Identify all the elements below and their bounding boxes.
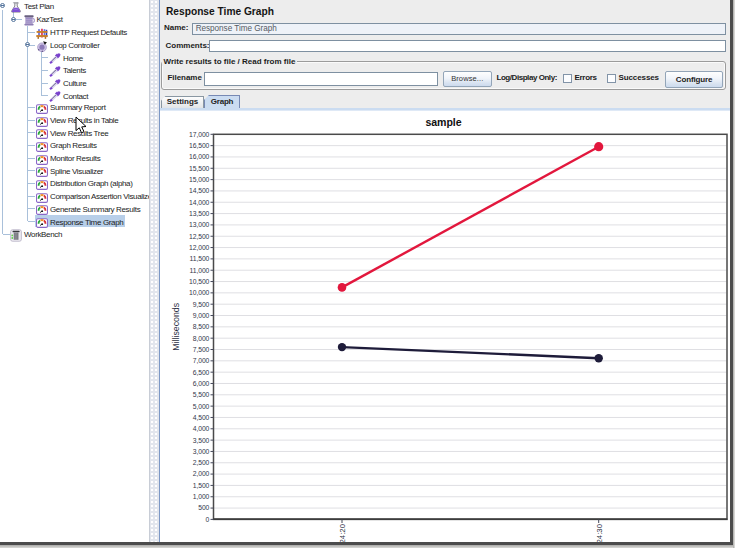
svg-text:24:30: 24:30 [595, 523, 604, 543]
svg-text:2,500: 2,500 [193, 459, 210, 466]
svg-text:500: 500 [198, 504, 209, 511]
svg-text:16,500: 16,500 [189, 142, 210, 149]
svg-text:8,000: 8,000 [193, 335, 210, 342]
svg-text:17,000: 17,000 [189, 131, 210, 138]
svg-text:10,500: 10,500 [189, 278, 210, 285]
svg-text:4,000: 4,000 [193, 425, 210, 432]
svg-text:16,000: 16,000 [189, 153, 210, 160]
svg-text:11,500: 11,500 [190, 255, 210, 262]
svg-text:5,000: 5,000 [193, 403, 210, 410]
svg-text:14,500: 14,500 [189, 187, 210, 194]
svg-text:3,500: 3,500 [193, 437, 210, 444]
svg-text:1,500: 1,500 [193, 482, 210, 489]
svg-text:6,500: 6,500 [193, 369, 210, 376]
svg-text:sample: sample [425, 116, 461, 128]
svg-text:24:20: 24:20 [338, 523, 347, 543]
svg-text:13,000: 13,000 [189, 221, 210, 228]
svg-text:7,000: 7,000 [193, 357, 210, 364]
svg-text:2,000: 2,000 [193, 470, 210, 477]
svg-text:0: 0 [206, 516, 210, 523]
svg-text:4,500: 4,500 [193, 414, 210, 421]
svg-text:Milliseconds: Milliseconds [171, 302, 181, 351]
svg-text:12,000: 12,000 [189, 244, 210, 251]
svg-text:12,500: 12,500 [189, 233, 210, 240]
svg-text:10,000: 10,000 [189, 289, 210, 296]
svg-text:7,500: 7,500 [193, 346, 210, 353]
svg-text:9,000: 9,000 [193, 312, 210, 319]
svg-text:6,000: 6,000 [193, 380, 210, 387]
svg-text:5,500: 5,500 [193, 391, 210, 398]
svg-text:15,000: 15,000 [189, 176, 210, 183]
svg-text:15,500: 15,500 [189, 165, 210, 172]
svg-text:9,500: 9,500 [193, 301, 210, 308]
svg-text:11,000: 11,000 [190, 267, 210, 274]
svg-text:13,500: 13,500 [189, 210, 210, 217]
svg-text:3,000: 3,000 [193, 448, 210, 455]
svg-text:14,000: 14,000 [189, 199, 210, 206]
svg-text:1,000: 1,000 [193, 493, 210, 500]
svg-text:8,500: 8,500 [193, 323, 210, 330]
